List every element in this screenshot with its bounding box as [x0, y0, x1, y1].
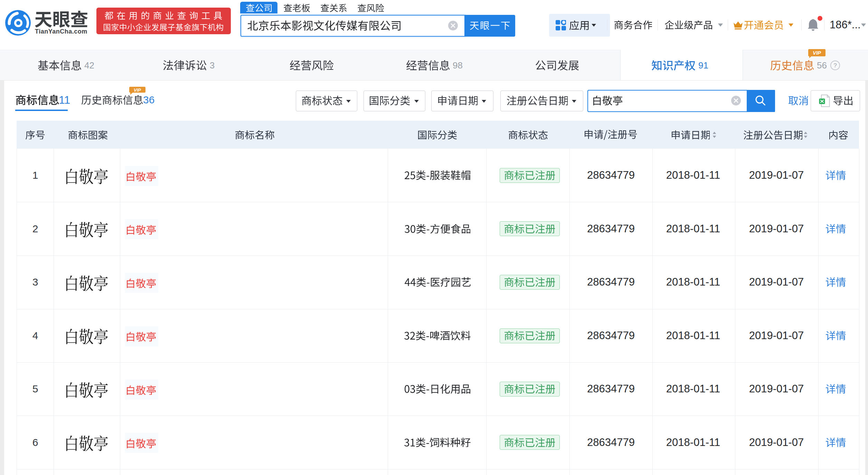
svg-text:VIP: VIP: [813, 50, 821, 56]
svg-text:VIP: VIP: [134, 87, 141, 93]
svg-text:?: ?: [833, 62, 837, 69]
